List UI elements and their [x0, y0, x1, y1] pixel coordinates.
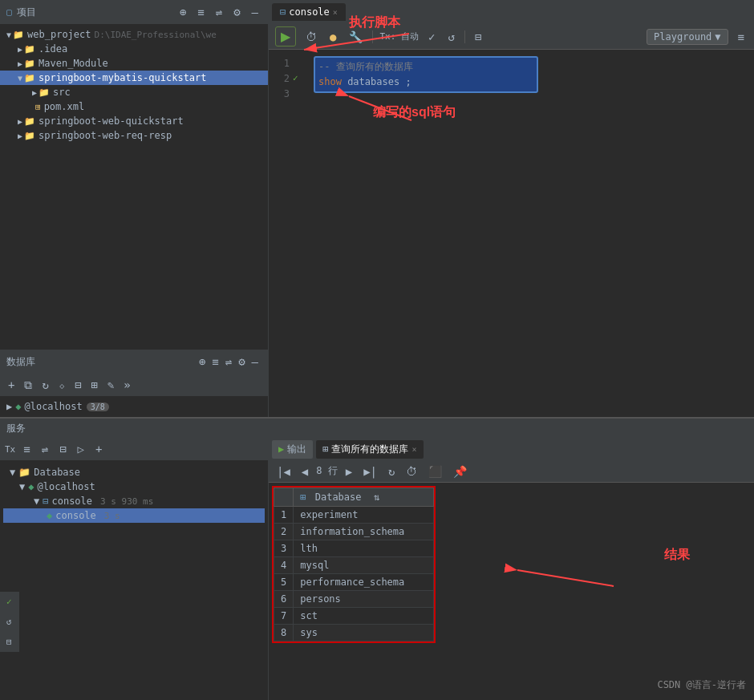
result-tab-close[interactable]: ×	[411, 445, 416, 454]
results-first-icon[interactable]: |◀	[274, 463, 294, 479]
console-label: console	[51, 496, 92, 507]
tree-item-springboot-web[interactable]: ▶ 📁 springboot-web-quickstart	[0, 114, 268, 128]
run-button[interactable]: ▶	[275, 26, 296, 47]
results-pin-icon[interactable]: 📌	[450, 463, 470, 479]
results-next-icon[interactable]: ▶	[343, 463, 355, 479]
row-num-cell: 6	[274, 591, 294, 608]
row-value-cell: information_schema	[294, 524, 434, 540]
wrench-icon[interactable]: 🔧	[346, 29, 366, 45]
check-left-icon[interactable]: ✓	[3, 595, 16, 609]
query-tab-label: 查询所有的数据库	[331, 443, 408, 456]
db-tree-localhost[interactable]: ▶ ◆ @localhost 3/8	[0, 399, 268, 414]
tree-item-idea[interactable]: ▶ 📁 .idea	[0, 42, 268, 56]
results-history-icon[interactable]: ⏱	[403, 463, 420, 479]
sql-comment: -- 查询所有的数据库	[318, 59, 413, 75]
history-icon[interactable]: ⏱	[302, 29, 320, 45]
bt-split-icon[interactable]: ⇌	[39, 441, 51, 457]
console-tab[interactable]: ⊟ console ×	[272, 3, 346, 21]
db-host-icon2: ◆	[28, 481, 34, 492]
services-tree-console2[interactable]: ◆ console 3 s	[3, 508, 265, 523]
settings-icon[interactable]: ⚙	[230, 4, 243, 20]
db-tool-refresh[interactable]: ↻	[39, 377, 51, 393]
grid-icon[interactable]: ⊟	[472, 29, 484, 45]
table-icon: ⊞	[322, 443, 328, 455]
project-header: ▢ 项目 ⊕ ≡ ⇌ ⚙ —	[0, 0, 268, 24]
output-tab-label: 输出	[287, 443, 306, 456]
db-close-icon[interactable]: —	[249, 354, 261, 370]
results-last-icon[interactable]: ▶|	[360, 463, 380, 479]
row-num-cell: 1	[274, 507, 294, 524]
row-value-cell: sys	[294, 625, 434, 641]
bt-tree-icon[interactable]: ⊟	[56, 441, 69, 457]
tree-item-web-project[interactable]: ▼ 📁 web_project D:\IDAE_Professional\we	[0, 27, 268, 42]
results-stop-icon[interactable]: ⬛	[425, 463, 445, 479]
db-tool-add[interactable]: +	[5, 377, 18, 393]
xml-file-icon: ⊞	[35, 102, 41, 112]
tree-item-path: D:\IDAE_Professional\we	[95, 30, 217, 40]
row-num-cell: 7	[274, 608, 294, 625]
left-sidebar-icons: ✓ ↺ ⊟	[0, 592, 19, 652]
table-row: 3lth	[274, 540, 434, 557]
split-icon[interactable]: ⇌	[213, 4, 225, 20]
row-num-cell: 8	[274, 625, 294, 641]
db-add-icon[interactable]: ⊕	[196, 354, 209, 370]
tree-item-springboot-web-req[interactable]: ▶ 📁 springboot-web-req-resp	[0, 128, 268, 143]
check-icon[interactable]: ✓	[425, 29, 438, 45]
db-tool-copy[interactable]: ⧉	[21, 377, 35, 394]
db-host-icon: ◆	[15, 401, 21, 412]
query-result-tab[interactable]: ⊞ 查询所有的数据库 ×	[316, 440, 423, 459]
chevron-right-icon: ▶	[18, 132, 22, 140]
undo-icon[interactable]: ↺	[444, 29, 457, 45]
folder-icon: 📁	[24, 116, 35, 127]
row-num-cell: 3	[274, 540, 294, 557]
services-header: 服务	[0, 419, 754, 438]
console2-time: 3 s	[104, 511, 120, 521]
db-tool-schema[interactable]: ⊟	[71, 377, 84, 393]
tree-item-label: springboot-web-req-resp	[39, 130, 172, 141]
tree-item-springboot-mybatis[interactable]: ▼ 📁 springboot-mybatis-quickstart	[0, 71, 268, 85]
services-tree-console1[interactable]: ▼ ⊟ console 3 s 930 ms	[3, 494, 265, 508]
db-split-icon[interactable]: ⇌	[222, 354, 235, 370]
output-tab[interactable]: ▶ 输出	[272, 440, 313, 459]
row-value-cell: mysql	[294, 557, 434, 574]
table-row: 2information_schema	[274, 524, 434, 540]
bt-layout-icon[interactable]: ≡	[20, 441, 33, 457]
services-tree-database[interactable]: ▼ 📁 Database	[3, 465, 265, 479]
folder-icon: 📁	[24, 44, 35, 55]
chevron-down-icon: ▼	[18, 74, 22, 83]
db-tool-edit[interactable]: ✎	[104, 377, 117, 393]
tree-item-src[interactable]: ▶ 📁 src	[0, 85, 268, 99]
db-tool-more[interactable]: »	[120, 377, 133, 393]
bt-play-icon[interactable]: ▷	[75, 441, 87, 457]
playground-button[interactable]: Playground ▼	[647, 29, 728, 45]
tab-close-icon[interactable]: ×	[333, 8, 338, 17]
db-section: 数据库 ⊕ ≡ ⇌ ⚙ — + ⧉ ↻ ⬦ ⊟ ⊞ ✎ »	[0, 350, 268, 417]
bt-add-icon[interactable]: +	[92, 441, 105, 457]
results-area: ⊞ Database ⇅ 1experiment2information_sch…	[269, 483, 754, 700]
services-tree-localhost[interactable]: ▼ ◆ @localhost	[3, 479, 265, 494]
results-prev-icon[interactable]: ◀	[298, 463, 311, 479]
add-icon[interactable]: ⊕	[176, 4, 189, 20]
services-db-label: Database	[34, 467, 80, 478]
refresh-left-icon[interactable]: ↺	[3, 615, 16, 629]
results-refresh-icon[interactable]: ↻	[385, 463, 398, 479]
db-settings-icon[interactable]: ⚙	[235, 354, 248, 370]
editor-area: 1 2 3 ✓ -- 查询所有的数据库	[269, 50, 754, 417]
tree-item-maven[interactable]: ▶ 📁 Maven_Module	[0, 56, 268, 71]
db-tool-filter[interactable]: ⬦	[55, 377, 68, 393]
db-layout-icon[interactable]: ≡	[209, 354, 221, 370]
table-icon-header: ⊞	[300, 492, 306, 503]
code-editor[interactable]: -- 查询所有的数据库 show databases ;	[307, 50, 754, 417]
tree-item-label: Maven_Module	[39, 58, 108, 69]
layout-icon[interactable]: ≡	[194, 4, 207, 20]
pin-icon[interactable]: ●	[326, 29, 339, 45]
results-panel: ▶ 输出 ⊞ 查询所有的数据库 × |◀ ◀ 8 行 ▶ ▶|	[269, 438, 754, 700]
sort-icon[interactable]: ⇅	[374, 492, 379, 503]
table-row: 5performance_schema	[274, 574, 434, 591]
db-tool-table[interactable]: ⊞	[87, 377, 100, 393]
split-left-icon[interactable]: ⊟	[3, 635, 16, 649]
tree-item-pom[interactable]: ⊞ pom.xml	[0, 99, 268, 114]
close-panel-icon[interactable]: —	[249, 4, 261, 20]
menu-icon[interactable]: ≡	[735, 29, 748, 45]
row-value-cell: persons	[294, 591, 434, 608]
